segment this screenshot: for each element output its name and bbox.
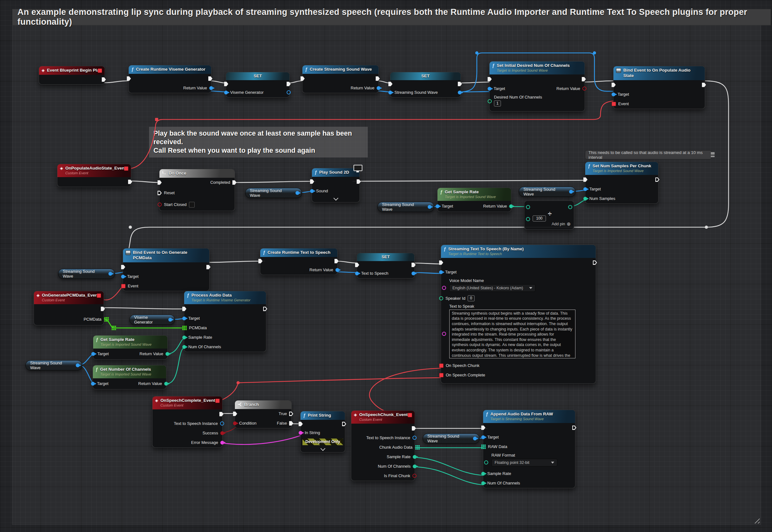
node-append-audio-data-from-raw[interactable]: ƒ Append Audio Data From RAW Target is S… [483,410,576,488]
node-get-sample-rate-bottom[interactable]: ƒ Get Sample Rate Target is Imported Sou… [93,335,168,360]
voice-model-dropdown[interactable]: English (United States) - Kokoro (Adam) [449,284,536,292]
node-create-streaming-sound-wave[interactable]: ƒ Create Streaming Sound Wave Return Val… [302,65,379,93]
desired-num-value[interactable]: 1 [494,100,501,106]
target-pin[interactable] [612,93,615,96]
target-pin[interactable] [583,187,587,191]
advanced-expander[interactable] [312,196,359,202]
node-set-initial-desired-num-of-channels[interactable]: ƒ Set Initial Desired Num Of Channels Ta… [489,61,585,112]
add-pin-button[interactable]: Add pin ⊕ [552,221,571,227]
exec-in-pin[interactable] [439,260,443,265]
exec-in-pin[interactable] [299,422,303,426]
node-get-number-of-channels[interactable]: ƒ Get Number Of Channels Target is Impor… [93,365,166,389]
return-value-pin[interactable] [164,382,168,386]
blueprint-canvas[interactable]: An example demonstrating lip sync during… [0,0,772,532]
node-event-begin-play[interactable]: ◈ Event Blueprint Begin Play [39,66,105,85]
node-process-audio-data[interactable]: ƒ Process Audio Data Target is Runtime V… [184,291,266,352]
return-value-pin[interactable] [165,352,169,356]
node-play-sound-2d[interactable]: ƒ Play Sound 2D Sound [312,168,360,202]
target-pin[interactable] [91,382,95,386]
return-value-pin[interactable] [376,86,380,90]
success-pin[interactable] [220,431,224,435]
on-speech-complete-pin[interactable] [439,373,444,377]
node-create-runtime-viseme-generator[interactable]: ƒ Create Runtime Viseme Generator Return… [128,65,211,93]
voice-model-pin[interactable] [442,286,446,290]
exec-in-pin[interactable] [233,412,237,416]
node-streaming-text-to-speech-by-name[interactable]: ƒ Streaming Text To Speech (By Name) Tar… [441,245,596,384]
var-pill-streaming-sound-wave[interactable]: Streaming Sound Wave [245,188,302,198]
delegate-pin[interactable] [98,68,102,73]
return-value-pin[interactable] [209,86,213,90]
var-in-pin[interactable] [355,272,359,275]
var-pill-streaming-sound-wave[interactable]: Streaming Sound Wave [423,433,480,444]
speaker-id-pin[interactable] [439,296,443,300]
sound-pin[interactable] [310,189,314,193]
node-set-viseme-generator[interactable]: SET Viseme Generator [226,72,290,98]
desired-num-pin[interactable] [488,99,492,103]
advanced-expander[interactable] [300,446,345,452]
node-set-num-samples-per-chunk[interactable]: ƒ Set Num Samples Per Chunk Target is Im… [585,162,659,204]
in-string-pin[interactable] [299,431,302,435]
raw-format-pin[interactable] [484,460,488,465]
var-out-pin[interactable] [295,191,299,195]
start-closed-checkbox[interactable] [189,202,195,208]
on-speech-chunk-pin[interactable] [439,363,444,368]
event-pin[interactable] [121,284,125,288]
sample-rate-pin[interactable] [481,472,485,476]
raw-format-dropdown[interactable]: Floating point 32-bit [492,459,557,466]
speaker-id-value[interactable]: 0 [468,295,475,301]
var-out-pin[interactable] [76,363,80,367]
divide-in-a-pin[interactable] [526,205,530,209]
node-branch[interactable]: Branch True Condition False [235,400,292,428]
text-to-speak-input[interactable]: Streaming synthesis output begins with a… [449,310,576,358]
node-onspeechcomplete-event[interactable]: ◈ OnSpeechComplete_Event Custom Event Te… [152,396,222,448]
var-out-pin[interactable] [108,272,112,276]
num-samples-pin[interactable] [583,197,587,201]
raw-data-array-pin[interactable] [481,445,483,446]
node-set-text-to-speech[interactable]: SET Text to Speech [357,253,415,279]
condition-pin[interactable] [233,421,237,425]
node-do-once[interactable]: 1→ Do Once Completed Reset Start Closed [159,169,235,211]
num-of-channels-pin[interactable] [413,465,417,468]
target-pin[interactable] [488,87,492,91]
var-pill-viseme-generator[interactable]: Viseme Generator [129,315,175,325]
exec-in-pin[interactable] [310,179,314,184]
delegate-pin[interactable] [408,413,412,417]
exec-in-pin[interactable] [224,82,228,86]
exec-in-pin[interactable] [481,426,486,430]
var-out-pin[interactable] [569,190,573,194]
var-out-pin[interactable] [412,272,415,275]
exec-in-pin[interactable] [258,259,262,263]
chunk-audio-array-pin[interactable] [415,445,417,446]
reset-pin[interactable] [158,191,162,195]
pcmdata-array-pin[interactable] [182,326,183,327]
node-create-runtime-text-to-speech[interactable]: ƒ Create Runtime Text to Speech Return V… [260,248,338,275]
sample-rate-pin[interactable] [413,455,417,459]
var-pill-streaming-sound-wave[interactable]: Streaming Sound Wave [25,360,82,370]
sample-rate-pin[interactable] [182,336,186,339]
num-of-channels-pin[interactable] [481,481,485,485]
node-onspeechchunk-event[interactable]: ◈ OnSpeechChunk_Event Custom Event Text … [351,410,415,481]
var-out-pin[interactable] [458,91,462,94]
delegate-pin[interactable] [97,293,101,298]
var-out-pin[interactable] [473,437,477,440]
exec-in-pin[interactable] [583,177,588,182]
node-bind-event-on-populate-audio-state[interactable]: Bind Event to On Populate Audio State Ta… [613,66,705,109]
num-of-channels-pin[interactable] [182,345,186,349]
return-value-pin[interactable] [509,204,513,208]
target-pin[interactable] [481,435,485,439]
exec-in-pin[interactable] [612,83,616,87]
exec-in-pin[interactable] [300,76,305,81]
var-pill-streaming-sound-wave[interactable]: Streaming Sound Wave [58,269,115,279]
text-to-speak-pin[interactable] [442,332,446,336]
divide-in-b-pin[interactable] [526,217,530,221]
error-message-pin[interactable] [220,441,224,445]
target-pin[interactable] [91,352,95,356]
pcmdata-array-pin[interactable] [104,317,106,318]
node-divide[interactable]: 100 ÷ Add pin ⊕ [524,201,574,230]
var-in-pin[interactable] [389,91,392,94]
node-get-sample-rate-top[interactable]: ƒ Get Sample Rate Target is Imported Sou… [437,188,512,212]
exec-in-pin[interactable] [389,82,393,86]
divide-b-value[interactable]: 100 [533,215,546,221]
var-out-pin[interactable] [168,318,172,322]
target-pin[interactable] [439,270,443,274]
